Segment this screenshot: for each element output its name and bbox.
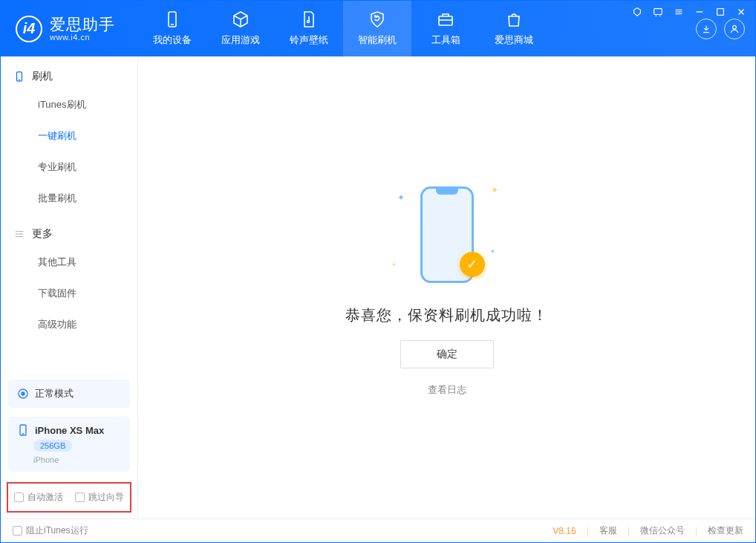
svg-rect-12: [439, 16, 452, 25]
app-window: i4 爱思助手 www.i4.cn 我的设备 应用游戏 铃声壁纸 智能刷机: [0, 0, 756, 543]
download-icon: [701, 24, 711, 34]
theme-icon[interactable]: [631, 6, 643, 18]
view-log-link[interactable]: 查看日志: [428, 383, 466, 397]
success-message: 恭喜您，保资料刷机成功啦！: [345, 305, 548, 325]
check-update-link[interactable]: 检查更新: [708, 524, 743, 537]
window-controls: [631, 6, 747, 18]
mode-label: 正常模式: [35, 387, 74, 400]
sidebar-item-batch-flash[interactable]: 批量刷机: [1, 183, 137, 214]
phone-icon: [14, 71, 25, 82]
mode-card[interactable]: 正常模式: [8, 380, 130, 408]
refresh-shield-icon: [368, 10, 386, 28]
version-label: V8.16: [553, 526, 576, 536]
wechat-link[interactable]: 微信公众号: [640, 524, 685, 537]
brand-subtitle: www.i4.cn: [50, 33, 115, 42]
svg-point-11: [307, 21, 310, 23]
svg-point-15: [733, 25, 737, 29]
checkbox-icon: [14, 492, 24, 502]
checkbox-icon: [75, 492, 85, 502]
support-link[interactable]: 客服: [599, 524, 617, 537]
brand-title: 爱思助手: [50, 16, 115, 33]
feedback-icon[interactable]: [652, 6, 664, 18]
tab-store[interactable]: 爱思商城: [480, 1, 548, 56]
sidebar-item-pro-flash[interactable]: 专业刷机: [1, 152, 137, 183]
device-icon: [17, 424, 29, 436]
body: 刷机 iTunes刷机 一键刷机 专业刷机 批量刷机 更多 其他工具 下载固件 …: [1, 56, 755, 518]
svg-point-22: [22, 392, 25, 395]
tab-apps[interactable]: 应用游戏: [206, 1, 275, 56]
account-button[interactable]: [724, 19, 745, 39]
sidebar-item-firmware[interactable]: 下载固件: [1, 278, 137, 309]
sidebar: 刷机 iTunes刷机 一键刷机 专业刷机 批量刷机 更多 其他工具 下载固件 …: [1, 56, 138, 518]
logo[interactable]: i4 爱思助手 www.i4.cn: [1, 16, 138, 42]
toolbox-icon: [437, 10, 454, 28]
sidebar-item-oneclick-flash[interactable]: 一键刷机: [1, 120, 137, 152]
sparkle-icon: ✦: [391, 261, 397, 268]
bag-icon: [505, 10, 523, 28]
top-tabs: 我的设备 应用游戏 铃声壁纸 智能刷机 工具箱 爱思商城: [138, 1, 548, 56]
cube-icon: [232, 10, 250, 28]
tab-ringtone[interactable]: 铃声壁纸: [275, 1, 343, 56]
maximize-icon[interactable]: [714, 6, 726, 18]
menu-icon[interactable]: [673, 6, 685, 18]
success-illustration: ✦ ✦ ✦ ✦ ✓: [384, 179, 510, 290]
header-right: [696, 19, 755, 39]
svg-rect-5: [717, 9, 724, 16]
tab-toolbox[interactable]: 工具箱: [411, 1, 480, 56]
music-file-icon: [300, 10, 318, 28]
storage-pill: 256GB: [33, 440, 72, 452]
device-icon: [163, 10, 181, 28]
ok-button[interactable]: 确定: [400, 340, 494, 368]
close-icon[interactable]: [735, 6, 747, 18]
sidebar-item-advanced[interactable]: 高级功能: [1, 309, 137, 340]
tab-flash[interactable]: 智能刷机: [343, 1, 411, 56]
check-badge-icon: ✓: [460, 252, 485, 277]
mode-icon: [17, 388, 29, 400]
sparkle-icon: ✦: [490, 248, 495, 255]
sparkle-icon: ✦: [397, 192, 405, 203]
checkbox-block-itunes[interactable]: 阻止iTunes运行: [13, 524, 88, 537]
options-panel: 自动激活 跳过向导: [7, 482, 131, 513]
tab-my-device[interactable]: 我的设备: [138, 1, 206, 56]
checkbox-skip-guide[interactable]: 跳过向导: [75, 491, 124, 504]
sidebar-group-flash: 刷机: [1, 56, 137, 89]
list-icon: [14, 229, 25, 239]
user-icon: [729, 24, 740, 34]
sparkle-icon: ✦: [491, 185, 498, 195]
header: i4 爱思助手 www.i4.cn 我的设备 应用游戏 铃声壁纸 智能刷机: [1, 1, 755, 56]
device-name: iPhone XS Max: [35, 425, 104, 436]
device-card[interactable]: iPhone XS Max 256GB iPhone: [8, 417, 130, 472]
svg-rect-0: [654, 9, 662, 15]
device-type: iPhone: [33, 455, 59, 464]
sidebar-item-other-tools[interactable]: 其他工具: [1, 247, 137, 278]
sidebar-group-more: 更多: [1, 214, 137, 247]
download-button[interactable]: [696, 19, 717, 39]
footer: 阻止iTunes运行 V8.16 | 客服 | 微信公众号 | 检查更新: [1, 518, 755, 542]
checkbox-icon: [13, 526, 22, 536]
checkbox-auto-activate[interactable]: 自动激活: [14, 491, 63, 504]
main-panel: ✦ ✦ ✦ ✦ ✓ 恭喜您，保资料刷机成功啦！ 确定 查看日志: [138, 56, 755, 518]
logo-icon: i4: [16, 16, 42, 42]
minimize-icon[interactable]: [694, 6, 706, 18]
sidebar-item-itunes-flash[interactable]: iTunes刷机: [1, 89, 137, 120]
